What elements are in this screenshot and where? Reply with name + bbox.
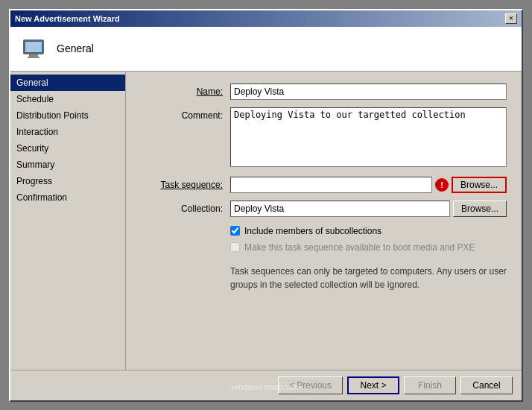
monitor-shape	[23, 40, 44, 54]
sidebar-item-progress[interactable]: Progress	[10, 173, 125, 189]
comment-textarea-wrapper: Deploying Vista to our targetted collect…	[230, 107, 507, 169]
include-subcollections-checkbox[interactable]	[230, 226, 240, 236]
info-text: Task sequences can only be targeted to c…	[141, 265, 507, 291]
sidebar-item-general[interactable]: General	[10, 75, 125, 91]
boot-media-label: Make this task sequence available to boo…	[244, 242, 475, 253]
next-button[interactable]: Next >	[347, 376, 399, 394]
task-sequence-row: Task sequence: ! Browse...	[141, 177, 507, 193]
comment-textarea[interactable]: Deploying Vista to our targetted collect…	[230, 107, 507, 167]
task-seq-label-text: Task sequence:	[161, 180, 223, 190]
main-window: New Advertisement Wizard × General Gener…	[9, 9, 523, 402]
collection-input[interactable]	[230, 201, 450, 217]
include-subcollections-label: Include members of subcollections	[244, 226, 381, 236]
sidebar-item-confirmation[interactable]: Confirmation	[10, 189, 125, 206]
collection-row: Collection: Browse...	[141, 201, 507, 217]
sidebar-item-summary[interactable]: Summary	[10, 157, 125, 173]
title-bar: New Advertisement Wizard ×	[10, 10, 522, 27]
error-icon: !	[435, 178, 449, 192]
previous-button[interactable]: < Previous	[278, 376, 343, 394]
boot-media-checkbox[interactable]	[230, 242, 240, 252]
monitor-base	[28, 57, 39, 58]
boot-media-checkbox-row: Make this task sequence available to boo…	[141, 242, 507, 253]
wizard-icon	[19, 34, 48, 63]
footer-area: < Previous Next > Finish Cancel	[10, 370, 522, 400]
subcollections-checkbox-row: Include members of subcollections	[141, 226, 507, 236]
collection-browse-button[interactable]: Browse...	[453, 201, 507, 217]
content-area: General Schedule Distribution Points Int…	[10, 72, 522, 370]
comment-row: Comment: Deploying Vista to our targette…	[141, 107, 507, 169]
task-sequence-label: Task sequence:	[141, 180, 230, 190]
header-title: General	[57, 42, 94, 54]
close-button[interactable]: ×	[505, 13, 517, 24]
sidebar-item-schedule[interactable]: Schedule	[10, 91, 125, 107]
name-row: Name:	[141, 83, 507, 100]
sidebar-item-security[interactable]: Security	[10, 140, 125, 157]
name-label-text: Name:	[197, 86, 223, 97]
name-label: Name:	[141, 86, 230, 97]
main-form: Name: Comment: Deploying Vista to our ta…	[126, 72, 522, 370]
cancel-button[interactable]: Cancel	[460, 376, 513, 394]
header-area: General	[10, 27, 522, 72]
sidebar-item-distribution-points[interactable]: Distribution Points	[10, 107, 125, 124]
name-input[interactable]	[230, 83, 507, 100]
window-title: New Advertisement Wizard	[15, 14, 120, 23]
collection-label: Collection:	[141, 204, 230, 214]
sidebar-item-interaction[interactable]: Interaction	[10, 124, 125, 140]
finish-button[interactable]: Finish	[404, 376, 456, 394]
monitor-screen	[25, 42, 42, 52]
sidebar: General Schedule Distribution Points Int…	[10, 72, 126, 370]
comment-label: Comment:	[141, 107, 230, 121]
task-sequence-browse-button[interactable]: Browse...	[452, 177, 507, 193]
task-sequence-input[interactable]	[230, 177, 432, 193]
